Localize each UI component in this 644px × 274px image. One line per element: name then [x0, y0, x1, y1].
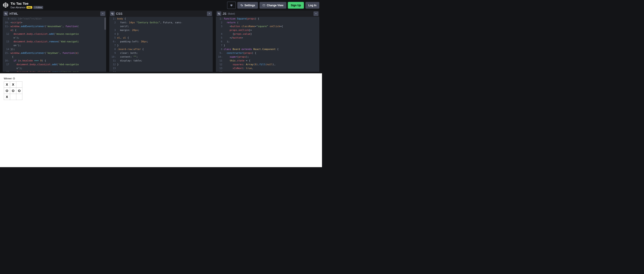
js-editor-header: JS (Babel) [216, 11, 319, 17]
output-preview: Winner: O XXOOOX [0, 73, 322, 167]
css-code[interactable]: body { font: 14px "Century Gothic", Futu… [117, 17, 213, 72]
css-editor-header: CSS [109, 11, 213, 17]
board-square[interactable] [16, 94, 22, 100]
heart-icon [230, 4, 233, 7]
css-collapse-button[interactable] [207, 12, 212, 16]
gear-icon [5, 13, 7, 15]
game-status: Winner: O [4, 77, 318, 80]
gear-icon [111, 13, 114, 15]
css-settings-button[interactable] [110, 12, 115, 16]
chevron-down-icon [102, 13, 104, 15]
js-gutter: 1234567891011121314 [216, 17, 224, 72]
settings-label: Settings [244, 4, 255, 7]
header-bar: Tic Tac Toe Dan Abramov PRO + Follow Set… [0, 0, 322, 11]
js-code[interactable]: function Square(props) { return ( <butto… [224, 17, 319, 72]
js-settings-button[interactable] [217, 12, 221, 16]
js-collapse-button[interactable] [314, 12, 318, 16]
html-editor-title: HTML [10, 12, 18, 16]
css-editor: CSS 1234567891011121314 body { font: 14p… [109, 11, 213, 72]
game-board: XXOOOX [4, 81, 318, 100]
board-row: XX [4, 81, 318, 88]
board-square[interactable] [16, 81, 22, 88]
signup-button[interactable]: Sign Up [288, 2, 304, 9]
pro-badge: PRO [27, 6, 32, 9]
settings-button[interactable]: Settings [237, 2, 258, 9]
board-row: OOO [4, 88, 318, 94]
css-editor-title: CSS [116, 12, 122, 16]
codepen-logo[interactable] [3, 2, 8, 9]
html-code-area[interactable]: 910111213141516171819 <div id="root"></d… [3, 17, 106, 72]
signup-label: Sign Up [291, 4, 301, 7]
html-code[interactable]: <div id="root"></div><script>window.addE… [10, 17, 106, 72]
html-gutter: 910111213141516171819 [3, 17, 10, 72]
board-square[interactable]: X [10, 81, 16, 88]
html-settings-button[interactable] [4, 12, 8, 16]
heart-button[interactable] [227, 2, 236, 9]
change-view-button[interactable]: Change View [260, 2, 286, 9]
change-view-label: Change View [267, 4, 283, 7]
html-editor: HTML 910111213141516171819 <div id="root… [3, 11, 106, 72]
gear-icon [240, 4, 243, 7]
svg-rect-3 [263, 5, 265, 6]
login-label: Log In [308, 4, 316, 7]
gear-icon [218, 13, 220, 15]
chevron-down-icon [208, 13, 210, 15]
board-square[interactable]: O [16, 88, 22, 94]
html-collapse-button[interactable] [100, 12, 105, 16]
login-button[interactable]: Log In [306, 2, 319, 9]
css-gutter: 1234567891011121314 [109, 17, 117, 72]
board-row: X [4, 94, 318, 100]
js-code-area[interactable]: 1234567891011121314 function Square(prop… [216, 17, 319, 72]
html-editor-header: HTML [3, 11, 106, 17]
chevron-down-icon [315, 13, 317, 15]
author-name[interactable]: Dan Abramov [10, 6, 26, 9]
board-square[interactable]: X [4, 94, 10, 100]
codepen-logo-icon [3, 2, 8, 8]
editors-row: HTML 910111213141516171819 <div id="root… [0, 11, 322, 73]
follow-button[interactable]: + Follow [33, 6, 43, 9]
js-editor-title: JS [222, 12, 226, 16]
board-square[interactable]: O [10, 88, 16, 94]
pen-title[interactable]: Tic Tac Toe [10, 2, 43, 6]
board-square[interactable]: X [4, 81, 10, 88]
layout-icon [262, 4, 265, 7]
board-square[interactable]: O [4, 88, 10, 94]
js-editor: JS (Babel) 1234567891011121314 function … [216, 11, 319, 72]
css-code-area[interactable]: 1234567891011121314 body { font: 14px "C… [109, 17, 213, 72]
plus-icon: + [34, 6, 36, 9]
follow-label: Follow [36, 6, 42, 9]
board-square[interactable] [10, 94, 16, 100]
js-editor-subtitle: (Babel) [228, 12, 235, 15]
scrollbar-thumb[interactable] [104, 18, 106, 30]
